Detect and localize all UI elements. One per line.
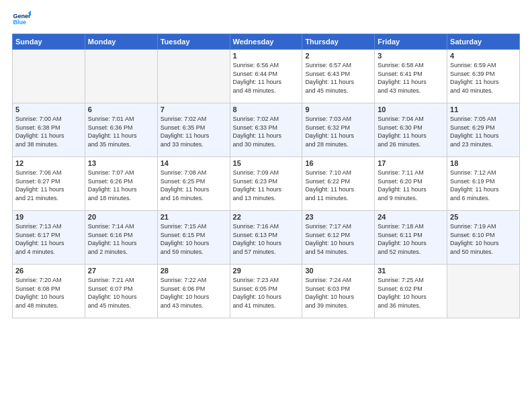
day-number: 13 bbox=[88, 159, 154, 167]
calendar-table: SundayMondayTuesdayWednesdayThursdayFrid… bbox=[12, 34, 520, 318]
day-number: 31 bbox=[378, 267, 444, 275]
day-number: 18 bbox=[450, 159, 517, 167]
calendar-cell: 1Sunrise: 6:56 AM Sunset: 6:44 PM Daylig… bbox=[230, 50, 302, 103]
calendar-week-2: 12Sunrise: 7:06 AM Sunset: 6:27 PM Dayli… bbox=[13, 157, 520, 211]
day-info: Sunrise: 7:05 AM Sunset: 6:29 PM Dayligh… bbox=[450, 115, 517, 148]
calendar-cell: 5Sunrise: 7:00 AM Sunset: 6:38 PM Daylig… bbox=[13, 103, 85, 157]
day-number: 6 bbox=[88, 105, 154, 113]
weekday-friday: Friday bbox=[375, 34, 447, 50]
day-number: 17 bbox=[378, 159, 444, 167]
day-info: Sunrise: 7:24 AM Sunset: 6:03 PM Dayligh… bbox=[305, 276, 371, 310]
day-number: 7 bbox=[161, 105, 227, 113]
day-info: Sunrise: 7:25 AM Sunset: 6:02 PM Dayligh… bbox=[378, 276, 444, 310]
day-info: Sunrise: 7:16 AM Sunset: 6:13 PM Dayligh… bbox=[233, 222, 300, 256]
day-number: 2 bbox=[305, 52, 371, 60]
calendar-cell: 27Sunrise: 7:21 AM Sunset: 6:07 PM Dayli… bbox=[85, 265, 157, 318]
day-number: 21 bbox=[161, 213, 227, 221]
day-info: Sunrise: 7:06 AM Sunset: 6:27 PM Dayligh… bbox=[15, 169, 82, 202]
calendar-cell: 3Sunrise: 6:58 AM Sunset: 6:41 PM Daylig… bbox=[375, 50, 447, 103]
logo: General Blue bbox=[12, 9, 34, 28]
day-info: Sunrise: 7:10 AM Sunset: 6:22 PM Dayligh… bbox=[305, 169, 371, 202]
calendar-cell: 24Sunrise: 7:18 AM Sunset: 6:11 PM Dayli… bbox=[375, 211, 447, 265]
calendar-cell: 12Sunrise: 7:06 AM Sunset: 6:27 PM Dayli… bbox=[13, 157, 85, 211]
day-number: 27 bbox=[88, 267, 154, 275]
day-info: Sunrise: 7:23 AM Sunset: 6:05 PM Dayligh… bbox=[233, 276, 300, 310]
calendar-cell: 22Sunrise: 7:16 AM Sunset: 6:13 PM Dayli… bbox=[230, 211, 302, 265]
day-number: 23 bbox=[305, 213, 371, 221]
day-info: Sunrise: 6:59 AM Sunset: 6:39 PM Dayligh… bbox=[450, 61, 517, 95]
calendar-cell: 4Sunrise: 6:59 AM Sunset: 6:39 PM Daylig… bbox=[447, 50, 520, 103]
calendar-cell: 30Sunrise: 7:24 AM Sunset: 6:03 PM Dayli… bbox=[302, 265, 375, 318]
day-number: 3 bbox=[378, 52, 444, 60]
calendar-cell: 29Sunrise: 7:23 AM Sunset: 6:05 PM Dayli… bbox=[230, 265, 302, 318]
day-info: Sunrise: 7:00 AM Sunset: 6:38 PM Dayligh… bbox=[15, 115, 82, 148]
day-number: 30 bbox=[305, 267, 371, 275]
day-number: 20 bbox=[88, 213, 154, 221]
day-info: Sunrise: 7:17 AM Sunset: 6:12 PM Dayligh… bbox=[305, 222, 371, 256]
day-number: 4 bbox=[450, 52, 517, 60]
day-number: 25 bbox=[450, 213, 517, 221]
day-info: Sunrise: 7:13 AM Sunset: 6:17 PM Dayligh… bbox=[15, 222, 82, 256]
day-number: 14 bbox=[161, 159, 227, 167]
svg-text:General: General bbox=[13, 13, 31, 19]
calendar-cell: 7Sunrise: 7:02 AM Sunset: 6:35 PM Daylig… bbox=[157, 103, 230, 157]
weekday-monday: Monday bbox=[85, 34, 157, 50]
day-info: Sunrise: 7:19 AM Sunset: 6:10 PM Dayligh… bbox=[450, 222, 517, 256]
day-info: Sunrise: 7:02 AM Sunset: 6:33 PM Dayligh… bbox=[233, 115, 300, 148]
calendar-cell: 19Sunrise: 7:13 AM Sunset: 6:17 PM Dayli… bbox=[13, 211, 85, 265]
weekday-sunday: Sunday bbox=[13, 34, 85, 50]
day-info: Sunrise: 7:22 AM Sunset: 6:06 PM Dayligh… bbox=[161, 276, 227, 310]
calendar-cell: 28Sunrise: 7:22 AM Sunset: 6:06 PM Dayli… bbox=[157, 265, 230, 318]
day-number: 19 bbox=[15, 213, 82, 221]
calendar-cell: 9Sunrise: 7:03 AM Sunset: 6:32 PM Daylig… bbox=[302, 103, 375, 157]
day-info: Sunrise: 6:56 AM Sunset: 6:44 PM Dayligh… bbox=[233, 61, 300, 95]
day-number: 28 bbox=[161, 267, 227, 275]
svg-text:Blue: Blue bbox=[13, 19, 26, 26]
calendar-cell: 20Sunrise: 7:14 AM Sunset: 6:16 PM Dayli… bbox=[85, 211, 157, 265]
day-info: Sunrise: 7:14 AM Sunset: 6:16 PM Dayligh… bbox=[88, 222, 154, 256]
calendar-cell: 10Sunrise: 7:04 AM Sunset: 6:30 PM Dayli… bbox=[375, 103, 447, 157]
day-number: 16 bbox=[305, 159, 371, 167]
calendar-cell: 26Sunrise: 7:20 AM Sunset: 6:08 PM Dayli… bbox=[13, 265, 85, 318]
calendar-cell: 25Sunrise: 7:19 AM Sunset: 6:10 PM Dayli… bbox=[447, 211, 520, 265]
day-info: Sunrise: 7:11 AM Sunset: 6:20 PM Dayligh… bbox=[378, 169, 444, 202]
calendar-cell: 16Sunrise: 7:10 AM Sunset: 6:22 PM Dayli… bbox=[302, 157, 375, 211]
day-number: 29 bbox=[233, 267, 300, 275]
weekday-thursday: Thursday bbox=[302, 34, 375, 50]
day-number: 8 bbox=[233, 105, 300, 113]
calendar-cell: 21Sunrise: 7:15 AM Sunset: 6:15 PM Dayli… bbox=[157, 211, 230, 265]
calendar-cell: 13Sunrise: 7:07 AM Sunset: 6:26 PM Dayli… bbox=[85, 157, 157, 211]
calendar-cell: 15Sunrise: 7:09 AM Sunset: 6:23 PM Dayli… bbox=[230, 157, 302, 211]
day-number: 9 bbox=[305, 105, 371, 113]
day-info: Sunrise: 7:04 AM Sunset: 6:30 PM Dayligh… bbox=[378, 115, 444, 148]
calendar-cell bbox=[85, 50, 157, 103]
weekday-wednesday: Wednesday bbox=[230, 34, 302, 50]
day-info: Sunrise: 7:01 AM Sunset: 6:36 PM Dayligh… bbox=[88, 115, 154, 148]
weekday-header-row: SundayMondayTuesdayWednesdayThursdayFrid… bbox=[13, 34, 520, 50]
calendar-cell: 11Sunrise: 7:05 AM Sunset: 6:29 PM Dayli… bbox=[447, 103, 520, 157]
calendar-week-4: 26Sunrise: 7:20 AM Sunset: 6:08 PM Dayli… bbox=[13, 265, 520, 318]
calendar-week-0: 1Sunrise: 6:56 AM Sunset: 6:44 PM Daylig… bbox=[13, 50, 520, 103]
day-info: Sunrise: 7:02 AM Sunset: 6:35 PM Dayligh… bbox=[161, 115, 227, 148]
calendar-cell bbox=[447, 265, 520, 318]
day-info: Sunrise: 7:07 AM Sunset: 6:26 PM Dayligh… bbox=[88, 169, 154, 202]
day-info: Sunrise: 7:03 AM Sunset: 6:32 PM Dayligh… bbox=[305, 115, 371, 148]
weekday-tuesday: Tuesday bbox=[157, 34, 230, 50]
day-info: Sunrise: 7:08 AM Sunset: 6:25 PM Dayligh… bbox=[161, 169, 227, 202]
calendar-week-3: 19Sunrise: 7:13 AM Sunset: 6:17 PM Dayli… bbox=[13, 211, 520, 265]
day-number: 5 bbox=[15, 105, 82, 113]
day-number: 10 bbox=[378, 105, 444, 113]
day-info: Sunrise: 7:15 AM Sunset: 6:15 PM Dayligh… bbox=[161, 222, 227, 256]
page: General Blue SundayMondayTuesdayWednesda… bbox=[0, 0, 532, 411]
day-number: 22 bbox=[233, 213, 300, 221]
calendar-cell: 17Sunrise: 7:11 AM Sunset: 6:20 PM Dayli… bbox=[375, 157, 447, 211]
header: General Blue bbox=[12, 9, 520, 28]
calendar-week-1: 5Sunrise: 7:00 AM Sunset: 6:38 PM Daylig… bbox=[13, 103, 520, 157]
day-number: 11 bbox=[450, 105, 517, 113]
day-info: Sunrise: 7:12 AM Sunset: 6:19 PM Dayligh… bbox=[450, 169, 517, 202]
calendar-cell: 18Sunrise: 7:12 AM Sunset: 6:19 PM Dayli… bbox=[447, 157, 520, 211]
calendar-cell bbox=[13, 50, 85, 103]
day-number: 15 bbox=[233, 159, 300, 167]
calendar-cell: 8Sunrise: 7:02 AM Sunset: 6:33 PM Daylig… bbox=[230, 103, 302, 157]
day-info: Sunrise: 7:09 AM Sunset: 6:23 PM Dayligh… bbox=[233, 169, 300, 202]
